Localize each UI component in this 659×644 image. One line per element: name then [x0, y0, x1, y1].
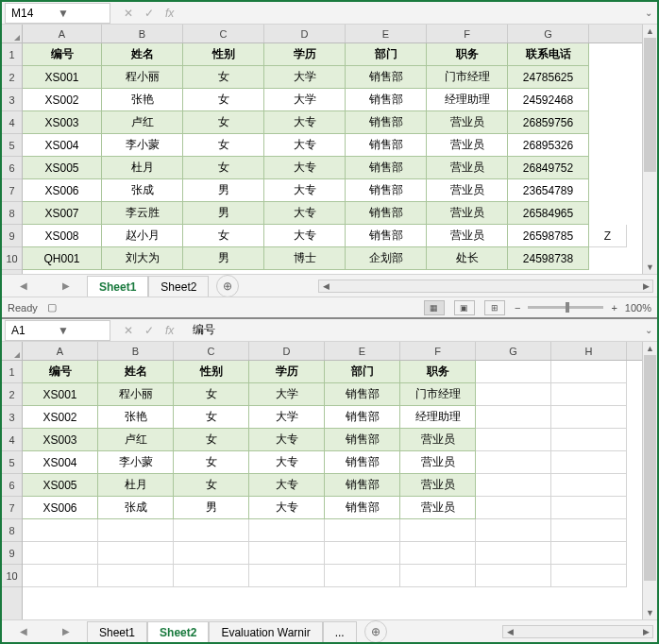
cell[interactable]: 销售部: [346, 225, 427, 247]
column-header-B[interactable]: B: [98, 342, 174, 360]
row-header-3[interactable]: 3: [2, 406, 22, 429]
cell[interactable]: 销售部: [346, 111, 427, 134]
cell[interactable]: [551, 451, 627, 474]
add-sheet-button[interactable]: ⊕: [216, 275, 239, 297]
column-header-F[interactable]: F: [400, 342, 476, 360]
vertical-scrollbar[interactable]: ▲ ▼: [642, 25, 657, 274]
scroll-right-icon[interactable]: ▶: [639, 281, 652, 291]
cell[interactable]: XS006: [23, 179, 102, 202]
cell[interactable]: [476, 451, 551, 474]
cell[interactable]: 女: [183, 66, 264, 89]
cell[interactable]: [476, 542, 551, 565]
cell[interactable]: [98, 542, 174, 565]
cell[interactable]: 杜月: [98, 474, 174, 497]
row-header-2[interactable]: 2: [2, 383, 22, 406]
cancel-icon[interactable]: ✕: [124, 324, 133, 337]
cell[interactable]: 处长: [427, 247, 508, 270]
cell[interactable]: [174, 542, 249, 565]
cell[interactable]: 营业员: [400, 474, 476, 497]
cell[interactable]: 门市经理: [427, 66, 508, 89]
cell[interactable]: [476, 429, 551, 451]
scroll-track[interactable]: [643, 355, 657, 606]
row-header-6[interactable]: 6: [2, 157, 22, 179]
row-header-8[interactable]: 8: [2, 202, 22, 225]
enter-icon[interactable]: ✓: [144, 7, 154, 20]
column-header-E[interactable]: E: [325, 342, 400, 360]
sheet-tab[interactable]: Sheet1: [87, 276, 148, 297]
row-header-5[interactable]: 5: [2, 134, 22, 157]
cell[interactable]: 杜月: [102, 157, 183, 179]
cell[interactable]: 大专: [264, 179, 346, 202]
cell[interactable]: 大专: [249, 497, 325, 519]
cell[interactable]: 26584965: [508, 202, 589, 225]
cell[interactable]: [23, 565, 98, 587]
cell[interactable]: XS003: [23, 111, 102, 134]
normal-view-button[interactable]: ▦: [424, 300, 445, 315]
nav-next-icon[interactable]: ▶: [62, 626, 70, 636]
page-break-view-button[interactable]: ⊞: [484, 300, 505, 315]
horizontal-scrollbar[interactable]: ◀ ▶: [318, 280, 653, 293]
cell[interactable]: XS007: [23, 202, 102, 225]
cell[interactable]: 卢红: [98, 429, 174, 451]
zoom-out-button[interactable]: −: [515, 302, 520, 314]
cell[interactable]: 女: [174, 406, 249, 429]
cell[interactable]: 24598738: [508, 247, 589, 270]
cell[interactable]: 26895326: [508, 134, 589, 157]
fx-icon[interactable]: fx: [165, 7, 174, 20]
formula-expand-icon[interactable]: ⌄: [644, 325, 657, 335]
cell[interactable]: [400, 542, 476, 565]
scroll-track[interactable]: [643, 38, 657, 261]
cell[interactable]: [400, 565, 476, 587]
cell[interactable]: 大学: [249, 406, 325, 429]
column-header-E[interactable]: E: [346, 25, 427, 42]
scroll-up-icon[interactable]: ▲: [643, 342, 657, 355]
sheet-tab[interactable]: Sheet1: [87, 621, 147, 643]
cell[interactable]: 女: [183, 225, 264, 247]
cell[interactable]: 26598785: [508, 225, 589, 247]
select-all-button[interactable]: [2, 342, 22, 361]
row-header-10[interactable]: 10: [2, 247, 22, 270]
cell[interactable]: 营业员: [400, 451, 476, 474]
cell[interactable]: XS005: [23, 474, 98, 497]
cell[interactable]: 职务: [400, 361, 476, 383]
zoom-slider[interactable]: [528, 306, 603, 309]
cell[interactable]: 销售部: [346, 66, 427, 89]
cell[interactable]: 营业员: [427, 111, 508, 134]
cell[interactable]: 女: [183, 157, 264, 179]
cell[interactable]: [476, 383, 551, 406]
row-header-8[interactable]: 8: [2, 519, 22, 542]
cell[interactable]: 销售部: [346, 202, 427, 225]
row-header-7[interactable]: 7: [2, 497, 22, 519]
column-header-C[interactable]: C: [174, 342, 249, 360]
column-header-G[interactable]: G: [476, 342, 551, 360]
cell[interactable]: [98, 519, 174, 542]
cell[interactable]: 营业员: [427, 202, 508, 225]
cell[interactable]: [249, 542, 325, 565]
name-box-dropdown-icon[interactable]: ▼: [54, 324, 104, 337]
cell[interactable]: [23, 519, 98, 542]
cell[interactable]: 职务: [427, 43, 508, 66]
formula-expand-icon[interactable]: ⌄: [644, 8, 657, 18]
cell[interactable]: 大学: [249, 383, 325, 406]
cell[interactable]: [249, 519, 325, 542]
grid-cells[interactable]: ABCDEFG 编号姓名性别学历部门职务联系电话XS001程小丽女大学销售部门市…: [23, 25, 642, 274]
cell[interactable]: 学历: [264, 43, 346, 66]
page-layout-view-button[interactable]: ▣: [454, 300, 475, 315]
cell[interactable]: 姓名: [98, 361, 174, 383]
cell[interactable]: 销售部: [346, 89, 427, 111]
select-all-button[interactable]: [2, 25, 22, 43]
scroll-down-icon[interactable]: ▼: [643, 261, 657, 274]
cell[interactable]: [249, 565, 325, 587]
row-header-10[interactable]: 10: [2, 565, 22, 587]
cell[interactable]: [476, 565, 551, 587]
scroll-up-icon[interactable]: ▲: [643, 25, 657, 38]
cell[interactable]: [551, 474, 627, 497]
cell[interactable]: 销售部: [325, 429, 400, 451]
cell[interactable]: 销售部: [325, 383, 400, 406]
row-header-1[interactable]: 1: [2, 361, 22, 383]
cell[interactable]: 刘大为: [102, 247, 183, 270]
row-header-9[interactable]: 9: [2, 542, 22, 565]
cell[interactable]: 部门: [325, 361, 400, 383]
vertical-scrollbar[interactable]: ▲ ▼: [642, 342, 657, 619]
cell[interactable]: 女: [183, 89, 264, 111]
